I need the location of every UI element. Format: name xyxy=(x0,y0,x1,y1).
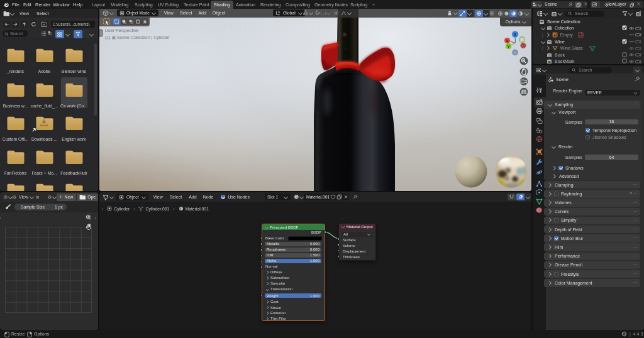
svg-text:Z: Z xyxy=(514,33,516,36)
svg-text:X: X xyxy=(506,39,509,43)
svg-text:Y: Y xyxy=(508,45,510,48)
